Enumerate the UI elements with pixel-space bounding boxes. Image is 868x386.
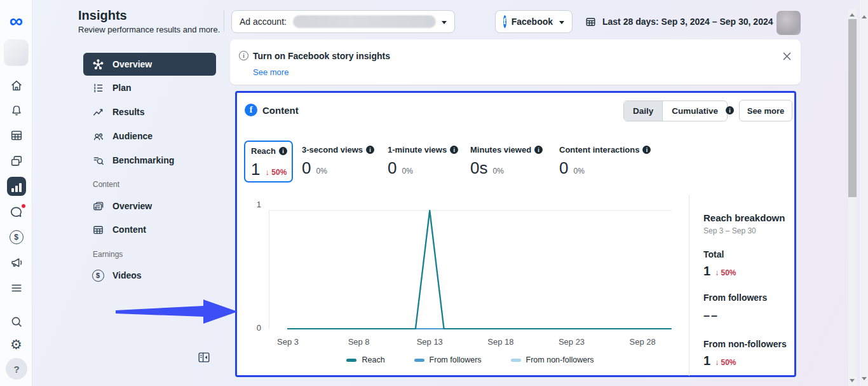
legend-item-from-non-followers[interactable]: From non-followers bbox=[511, 355, 594, 364]
platform-label: Facebook bbox=[512, 17, 553, 27]
sidebar-item-videos[interactable]: $ Videos bbox=[83, 264, 216, 287]
ad-account-dropdown[interactable]: Ad account: bbox=[231, 10, 455, 33]
notifications-bell-icon[interactable] bbox=[0, 101, 32, 120]
all-tools-menu-icon[interactable] bbox=[0, 279, 32, 298]
metric-label: Reach bbox=[251, 146, 276, 156]
facebook-logo-icon: f bbox=[503, 15, 506, 28]
content-pages-icon[interactable] bbox=[0, 151, 32, 170]
info-icon[interactable]: i bbox=[726, 106, 734, 114]
planner-calendar-icon[interactable] bbox=[0, 126, 32, 145]
business-avatar[interactable] bbox=[4, 40, 28, 65]
metric-delta: 0% bbox=[316, 167, 327, 176]
x-axis-tick: Sep 13 bbox=[410, 337, 449, 347]
sidebar-section-earnings: Earnings bbox=[93, 250, 123, 259]
settings-gear-icon[interactable]: ⚙ bbox=[0, 335, 32, 354]
metric-label: Content interactions bbox=[559, 145, 639, 155]
sidebar-item-label: Results bbox=[112, 107, 145, 117]
toggle-cumulative[interactable]: Cumulative bbox=[662, 101, 727, 121]
collapse-sidebar-icon[interactable] bbox=[197, 350, 211, 367]
chart-legend: Reach From followers From non-followers bbox=[269, 355, 672, 364]
metric-delta: ↓ 50% bbox=[265, 167, 287, 177]
monetization-dollar-icon[interactable]: $ bbox=[0, 228, 32, 247]
x-axis-tick: Sep 8 bbox=[340, 337, 378, 347]
help-button[interactable]: ? bbox=[6, 358, 27, 380]
metric-value: 0s bbox=[470, 158, 487, 178]
page-scrollbar-track[interactable] bbox=[860, 0, 868, 386]
page-scroll-down-arrow-icon[interactable] bbox=[862, 377, 867, 383]
app-rail: ∞ $ bbox=[0, 0, 32, 386]
toggle-daily[interactable]: Daily bbox=[624, 101, 662, 121]
series-line-reach bbox=[288, 210, 671, 329]
sidebar-item-label: Plan bbox=[112, 83, 132, 93]
platform-dropdown[interactable]: f Facebook bbox=[495, 10, 573, 33]
sidebar-item-results[interactable]: Results bbox=[83, 100, 216, 123]
sidebar-item-content-overview[interactable]: Overview bbox=[83, 195, 216, 217]
page-scroll-up-arrow-icon[interactable] bbox=[862, 13, 867, 18]
metric-content-interactions[interactable]: Content interactionsi 00% bbox=[559, 145, 651, 178]
metric-delta: 0% bbox=[573, 167, 584, 176]
user-avatar[interactable] bbox=[776, 11, 801, 35]
breakdown-row-value: –– bbox=[703, 309, 798, 322]
scroll-up-arrow-icon[interactable] bbox=[850, 11, 855, 17]
reach-line-chart[interactable] bbox=[269, 204, 672, 336]
legend-swatch-from-followers bbox=[414, 359, 424, 362]
hub-icon bbox=[92, 58, 104, 71]
post-card-icon bbox=[92, 200, 104, 212]
header-divider bbox=[224, 10, 224, 32]
sidebar-item-plan[interactable]: Plan bbox=[83, 76, 216, 99]
ad-account-value-redacted bbox=[293, 15, 436, 28]
breakdown-row-value: 1 ↓ 50% bbox=[703, 264, 798, 279]
date-range-label: Last 28 days: Sep 3, 2024 – Sep 30, 2024 bbox=[602, 17, 773, 27]
numbered-list-icon bbox=[92, 81, 104, 94]
breakdown-row-label: Total bbox=[703, 249, 798, 259]
metric-delta: 0% bbox=[402, 167, 412, 176]
question-mark-icon: ? bbox=[13, 364, 19, 375]
legend-item-reach[interactable]: Reach bbox=[346, 355, 384, 364]
insights-active-icon[interactable] bbox=[7, 177, 26, 196]
sidebar-item-label: Overview bbox=[112, 201, 152, 211]
sidebar-item-overview[interactable]: Overview bbox=[83, 53, 216, 76]
annotation-arrow-icon bbox=[113, 298, 240, 326]
metric-3-second-views[interactable]: 3-second viewsi 00% bbox=[302, 145, 374, 178]
legend-item-from-followers[interactable]: From followers bbox=[414, 355, 482, 364]
breakdown-range: Sep 3 – Sep 30 bbox=[703, 226, 798, 235]
metric-value: 0 bbox=[302, 158, 311, 178]
inbox-chat-icon[interactable] bbox=[0, 202, 32, 221]
table-grid-icon bbox=[92, 223, 104, 236]
metric-reach[interactable]: Reachi 1 ↓ 50% bbox=[244, 141, 293, 183]
banner-title: Turn on Facebook story insights bbox=[253, 51, 390, 61]
sidebar-item-label: Overview bbox=[112, 59, 152, 69]
home-icon[interactable] bbox=[0, 76, 32, 95]
sidebar-item-content-content[interactable]: Content bbox=[83, 218, 216, 241]
y-axis-tick-1: 1 bbox=[248, 200, 261, 209]
metric-minutes-viewed[interactable]: Minutes viewedi 0s0% bbox=[470, 145, 543, 178]
date-range-picker[interactable]: Last 28 days: Sep 3, 2024 – Sep 30, 2024 bbox=[585, 10, 785, 33]
legend-swatch-reach bbox=[346, 359, 356, 362]
x-axis-tick: Sep 18 bbox=[482, 337, 520, 347]
metric-value: 0 bbox=[559, 158, 568, 178]
sidebar-section-content: Content bbox=[93, 180, 119, 189]
calendar-icon bbox=[585, 16, 597, 28]
ads-megaphone-icon[interactable] bbox=[0, 253, 32, 272]
metric-label: Minutes viewed bbox=[470, 145, 531, 155]
metric-delta: 0% bbox=[492, 167, 503, 176]
content-scrollbar-thumb[interactable] bbox=[848, 19, 857, 197]
sidebar-item-audience[interactable]: Audience bbox=[83, 125, 216, 148]
sidebar-item-benchmarking[interactable]: Benchmarking bbox=[83, 149, 216, 172]
metric-1-minute-views[interactable]: 1-minute viewsi 00% bbox=[388, 145, 458, 178]
breakdown-row-label: From followers bbox=[703, 293, 798, 303]
close-icon[interactable] bbox=[780, 50, 793, 62]
search-icon[interactable] bbox=[0, 312, 32, 331]
card-see-more-button[interactable]: See more bbox=[739, 100, 792, 121]
meta-logo[interactable]: ∞ bbox=[0, 11, 32, 31]
info-icon: i bbox=[239, 51, 248, 60]
info-icon: i bbox=[366, 146, 374, 154]
metric-label: 1-minute views bbox=[388, 145, 447, 155]
sidebar-item-label: Content bbox=[112, 224, 146, 235]
meta-infinity-icon: ∞ bbox=[10, 11, 23, 31]
page-subtitle: Review performance results and more. bbox=[78, 25, 220, 34]
banner-see-more-link[interactable]: See more bbox=[253, 67, 288, 77]
x-axis-tick: Sep 28 bbox=[623, 337, 661, 347]
scroll-down-arrow-icon[interactable] bbox=[850, 379, 855, 385]
x-axis-ticks: Sep 3Sep 8Sep 13Sep 18Sep 23Sep 28 bbox=[269, 337, 672, 347]
